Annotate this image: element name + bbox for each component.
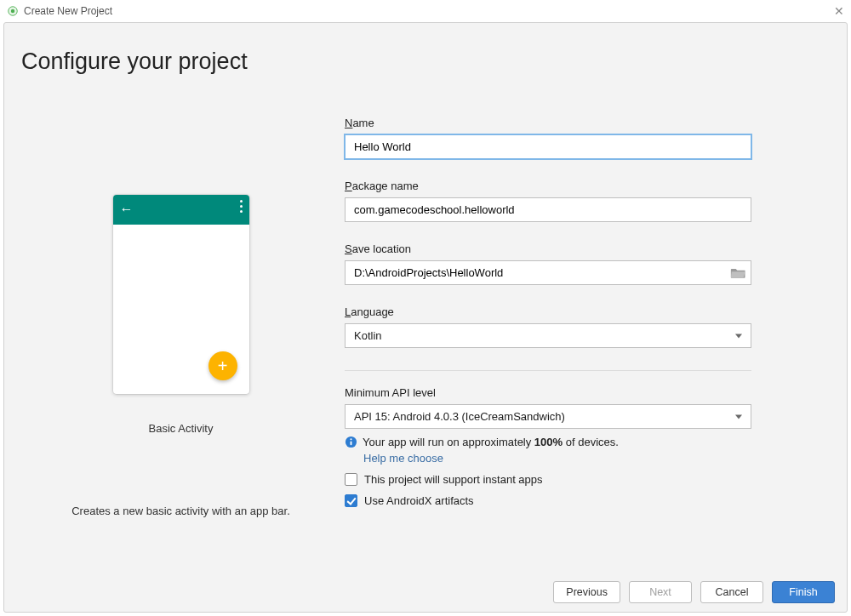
overflow-menu-icon <box>240 200 243 213</box>
template-description: Creates a new basic activity with an app… <box>4 505 357 517</box>
save-location-label: Save location <box>345 242 751 255</box>
button-bar: Previous Next Cancel Finish <box>553 581 835 603</box>
preview-appbar: ← <box>113 195 249 225</box>
api-level-value: API 15: Android 4.0.3 (IceCreamSandwich) <box>354 410 565 423</box>
chevron-down-icon <box>735 334 742 338</box>
form-area: Name Package name Save location Language… <box>345 117 751 507</box>
window-titlebar: Create New Project ✕ <box>0 0 851 22</box>
fab-icon: + <box>208 351 237 380</box>
instant-apps-row: This project will support instant apps <box>345 473 751 486</box>
androidx-row: Use AndroidX artifacts <box>345 494 751 507</box>
name-label: Name <box>345 117 751 129</box>
folder-icon <box>730 266 747 280</box>
next-button[interactable]: Next <box>629 581 692 603</box>
package-label: Package name <box>345 180 751 192</box>
help-me-choose-link[interactable]: Help me choose <box>363 452 751 465</box>
svg-rect-3 <box>351 442 352 446</box>
language-label: Language <box>345 305 751 318</box>
back-arrow-icon: ← <box>120 202 134 217</box>
close-icon[interactable]: ✕ <box>817 4 844 18</box>
preview-column: ← + Basic Activity Creates a new basic a… <box>4 117 357 517</box>
cancel-button[interactable]: Cancel <box>700 581 763 603</box>
language-select[interactable]: Kotlin <box>345 323 751 348</box>
browse-folder-button[interactable] <box>729 265 748 281</box>
save-location-input[interactable] <box>345 260 751 285</box>
androidx-label: Use AndroidX artifacts <box>364 494 474 507</box>
window-title: Create New Project <box>24 5 112 17</box>
instant-apps-checkbox[interactable] <box>345 473 357 486</box>
instant-apps-label: This project will support instant apps <box>364 473 543 486</box>
name-input[interactable] <box>345 134 751 159</box>
dialog-panel: Configure your project ← + Basic Activit… <box>3 22 848 613</box>
language-value: Kotlin <box>354 329 382 342</box>
package-input[interactable] <box>345 197 751 222</box>
android-studio-icon <box>7 5 19 17</box>
template-name: Basic Activity <box>4 422 357 435</box>
template-preview: ← + <box>113 195 249 394</box>
androidx-checkbox[interactable] <box>345 494 357 507</box>
svg-point-1 <box>11 9 14 13</box>
previous-button[interactable]: Previous <box>553 581 620 603</box>
api-label: Minimum API level <box>345 386 751 399</box>
api-info-text: Your app will run on approximately 100% … <box>363 436 619 448</box>
chevron-down-icon <box>735 414 742 419</box>
api-info-row: Your app will run on approximately 100% … <box>345 436 751 448</box>
page-title: Configure your project <box>21 48 248 75</box>
finish-button[interactable]: Finish <box>772 581 835 603</box>
svg-point-4 <box>350 438 351 440</box>
info-icon <box>345 436 357 448</box>
api-level-select[interactable]: API 15: Android 4.0.3 (IceCreamSandwich) <box>345 404 751 429</box>
separator <box>345 370 751 371</box>
